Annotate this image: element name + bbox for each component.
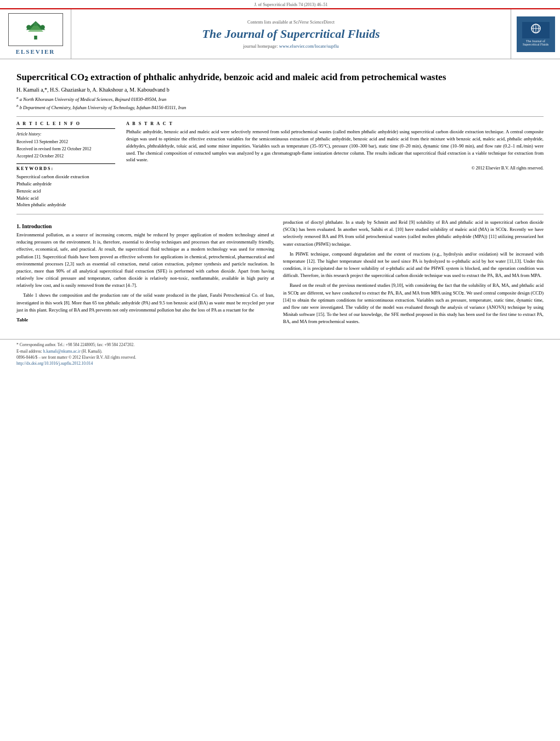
- svg-point-4: [40, 25, 44, 29]
- svg-rect-0: [34, 36, 37, 39]
- abstract-column: A B S T R A C T Phthalic anhydride, benz…: [126, 121, 544, 208]
- intro-body-text: Environmental pollution, as a source of …: [16, 231, 274, 314]
- keyword-2: Phthalic anhydride: [16, 180, 115, 188]
- right-logo-text: The Journal of Supercritical Fluids: [519, 39, 552, 46]
- title-text: Supercritical CO₂ extraction of phthalic…: [16, 72, 446, 82]
- affiliation-a: a a North Khorasan University of Medical…: [16, 95, 544, 103]
- journal-main-title: The Journal of Supercritical Fluids: [202, 27, 380, 41]
- article-info-label: A R T I C L E I N F O: [16, 121, 115, 126]
- journal-homepage: journal homepage: www.elsevier.com/locat…: [243, 43, 339, 49]
- email-line: E-mail address: h.kamali@nkums.ac.ir (H.…: [16, 348, 544, 354]
- keyword-3: Benzoic acid: [16, 188, 115, 195]
- intro-para-1: Environmental pollution, as a source of …: [16, 231, 274, 289]
- body-right-column: production of dioctyl phthalate. In a st…: [283, 219, 544, 328]
- footnote-corresponding: * Corresponding author. Tel.: +98 584 22…: [16, 342, 544, 348]
- keywords-box: Keywords: Supercritical carbon dioxide e…: [16, 163, 115, 208]
- page-footer: * Corresponding author. Tel.: +98 584 22…: [0, 339, 560, 369]
- sciverse-line: Contents lists available at SciVerse Sci…: [247, 20, 335, 25]
- page: J. of Supercritical Fluids 74 (2013) 46–…: [0, 0, 560, 741]
- table-label: Table: [16, 317, 274, 323]
- authors-line: H. Kamali a,*, H.S. Ghaziaskar b, A. Kha…: [16, 87, 544, 93]
- authors-text: H. Kamali a,*, H.S. Ghaziaskar b, A. Kha…: [16, 87, 169, 93]
- issn-line: 0896-8446/$ – see front matter © 2012 El…: [16, 354, 544, 360]
- body-left-column: 1. Introduction Environmental pollution,…: [16, 219, 274, 328]
- history-label: Article history:: [16, 131, 115, 138]
- abstract-text: Phthalic anhydride, benzoic acid and mal…: [126, 128, 544, 163]
- keyword-1: Supercritical carbon dioxide extraction: [16, 173, 115, 180]
- journal-logo-right: The Journal of Supercritical Fluids: [511, 9, 560, 59]
- svg-point-3: [26, 25, 31, 29]
- right-logo-icon: [522, 22, 550, 38]
- intro-para-2: Table 1 shows the composition and the pr…: [16, 292, 274, 314]
- received-date: Received 13 September 2012: [16, 139, 115, 145]
- revised-date: Received in revised form 22 October 2012: [16, 146, 115, 152]
- doi-line: http://dx.doi.org/10.1016/j.supflu.2012.…: [16, 360, 544, 366]
- homepage-label: journal homepage:: [243, 43, 278, 49]
- body-divider: [16, 214, 544, 214]
- elsevier-text: ELSEVIER: [16, 48, 55, 55]
- article-divider: [16, 116, 544, 117]
- keywords-label: Keywords:: [16, 166, 115, 171]
- footer-text: * Corresponding author. Tel.: +98 584 22…: [16, 342, 544, 366]
- top-banner: ELSEVIER Contents lists available at Sci…: [0, 9, 560, 59]
- journal-title-area: Contents lists available at SciVerse Sci…: [71, 9, 511, 59]
- abstract-label: A B S T R A C T: [126, 121, 544, 126]
- keyword-4: Maleic acid: [16, 195, 115, 202]
- affiliation-b: b b Department of Chemistry, Isfahan Uni…: [16, 103, 544, 111]
- email-label: E-mail address:: [16, 349, 42, 354]
- journal-header: J. of Supercritical Fluids 74 (2013) 46–…: [0, 0, 560, 9]
- keyword-5: Molten phthalic anhydride: [16, 201, 115, 208]
- elsevier-tree-icon: [19, 20, 52, 39]
- content-area: Supercritical CO₂ extraction of phthalic…: [0, 59, 560, 333]
- affiliations: a a North Khorasan University of Medical…: [16, 95, 544, 111]
- elsevier-logo-box: [8, 13, 63, 46]
- journal-ref: J. of Supercritical Fluids 74 (2013) 46–…: [76, 2, 506, 7]
- email-address: h.kamali@nkums.ac.ir: [43, 349, 81, 354]
- doi-url: http://dx.doi.org/10.1016/j.supflu.2012.…: [16, 361, 93, 366]
- email-name: (H. Kamali).: [82, 349, 103, 354]
- copyright-line: © 2012 Elsevier B.V. All rights reserved…: [126, 166, 544, 171]
- right-para-2: In PHWE technique, compound degradation …: [283, 251, 544, 280]
- sciverse-label: Contents lists available at SciVerse Sci…: [247, 20, 335, 25]
- paper-title: Supercritical CO₂ extraction of phthalic…: [16, 71, 544, 83]
- homepage-url: www.elsevier.com/locate/supflu: [279, 43, 339, 49]
- right-para-1: production of dioctyl phthalate. In a st…: [283, 219, 544, 248]
- right-logo-box: The Journal of Supercritical Fluids: [517, 16, 555, 52]
- article-info-box: Article history: Received 13 September 2…: [16, 128, 115, 159]
- svg-point-5: [33, 22, 37, 26]
- elsevier-logo: ELSEVIER: [0, 9, 71, 59]
- corresponding-author-text: Corresponding author. Tel.: +98 584 2248…: [20, 342, 134, 347]
- accepted-date: Accepted 22 October 2012: [16, 153, 115, 159]
- intro-section-title: 1. Introduction: [16, 223, 274, 229]
- body-two-col: 1. Introduction Environmental pollution,…: [16, 219, 544, 328]
- right-body-text: production of dioctyl phthalate. In a st…: [283, 219, 544, 325]
- article-info-abstract-row: A R T I C L E I N F O Article history: R…: [16, 121, 544, 208]
- article-info-column: A R T I C L E I N F O Article history: R…: [16, 121, 115, 208]
- right-para-3: Based on the result of the previous ment…: [283, 282, 544, 325]
